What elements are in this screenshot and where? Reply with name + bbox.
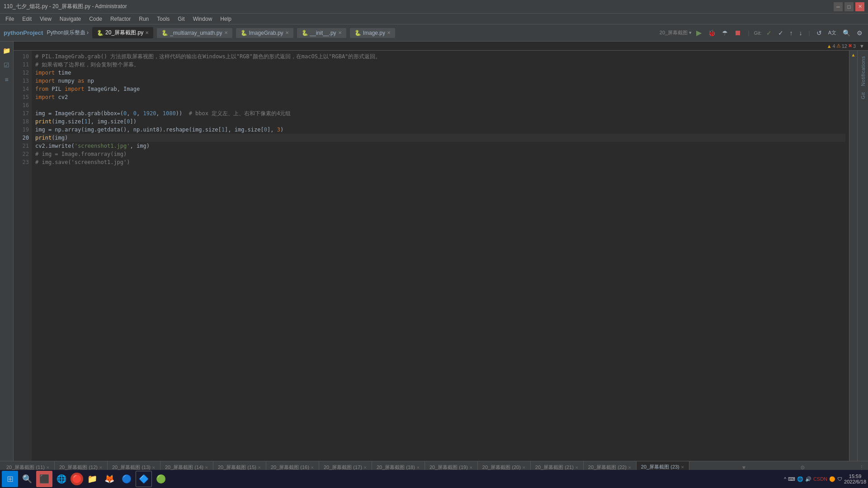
- commit-sidebar-icon[interactable]: ☑: [2, 60, 11, 70]
- taskbar: ⊞ 🔍 ⬛ 🌐 🔴 📁 🦊 🔵 🔷 🟢 ^ ⌨ 🌐 🔊 CSDN 🟠 🛡 15:…: [0, 470, 868, 488]
- tab-22-close[interactable]: ✕: [628, 465, 632, 470]
- warning-count[interactable]: ▲ 4 ⚠ 12 ✖ 3: [827, 43, 856, 49]
- debug-button[interactable]: 🐞: [706, 28, 717, 38]
- line-num: 17: [16, 109, 29, 117]
- tab-close3-icon[interactable]: ✕: [285, 30, 289, 35]
- line-num: 19: [16, 126, 29, 134]
- code-line-15: import cv2: [35, 93, 845, 101]
- tab-11-close[interactable]: ✕: [46, 465, 50, 470]
- menu-git[interactable]: Git: [174, 15, 188, 23]
- tab-close2-icon[interactable]: ✕: [224, 30, 228, 35]
- line-num: 13: [16, 77, 29, 85]
- tab-13-close[interactable]: ✕: [152, 465, 156, 470]
- tab-20-close[interactable]: ✕: [522, 465, 526, 470]
- git-right-label[interactable]: Git: [859, 90, 867, 101]
- run-button[interactable]: ▶: [694, 28, 703, 38]
- tray-network[interactable]: 🌐: [797, 476, 803, 482]
- tab-icon4: 🐍: [302, 30, 308, 36]
- system-tray: ^ ⌨ 🌐 🔊 CSDN 🟠 🛡 15:59 2022/6/18: [784, 474, 866, 484]
- taskbar-folder[interactable]: 📁: [84, 471, 100, 487]
- taskbar-browser2[interactable]: 🌐: [53, 471, 70, 487]
- tab-19-close[interactable]: ✕: [469, 465, 473, 470]
- menu-edit[interactable]: Edit: [19, 15, 35, 23]
- taskbar-camera[interactable]: 🔷: [136, 471, 152, 487]
- warnings-bar: ▲ 4 ⚠ 12 ✖ 3 ▼: [14, 42, 868, 51]
- search-button[interactable]: 🔍: [841, 28, 852, 38]
- tab-18-close[interactable]: ✕: [416, 465, 420, 470]
- start-button[interactable]: ⊞: [2, 471, 18, 487]
- code-line-17: img = ImageGrab.grab(bbox=(0, 0, 1920, 1…: [35, 109, 845, 117]
- code-line-21: cv2.imwrite('screenshot1.jpg', img): [35, 142, 845, 150]
- menu-navigate[interactable]: Navigate: [56, 15, 85, 23]
- tab-12-close[interactable]: ✕: [99, 465, 103, 470]
- tab-14-close[interactable]: ✕: [205, 465, 208, 470]
- structure-sidebar-icon[interactable]: ≡: [3, 74, 10, 85]
- tab-20-screenshot[interactable]: 🐍 20_屏幕截图.py ✕: [92, 27, 153, 38]
- code-content[interactable]: # PIL.ImageGrab.grab() 方法抓取屏幕视图，这样代码的输出在…: [32, 51, 849, 461]
- line-num: 11: [16, 61, 29, 69]
- tray-shield[interactable]: 🛡: [837, 476, 842, 482]
- tab-21-close[interactable]: ✕: [575, 465, 579, 470]
- git-commit-button[interactable]: ✓: [776, 28, 785, 38]
- minimize-button[interactable]: ─: [834, 2, 843, 11]
- menu-view[interactable]: View: [36, 15, 55, 23]
- tab-17-close[interactable]: ✕: [363, 465, 367, 470]
- run-config-label: 20_屏幕截图 ▾: [660, 29, 692, 36]
- menu-window[interactable]: Window: [189, 15, 216, 23]
- menu-run[interactable]: Run: [135, 15, 152, 23]
- maximize-button[interactable]: □: [844, 2, 854, 11]
- menu-file[interactable]: File: [2, 15, 18, 23]
- project-toolbar: pythonProject Python娱乐整蛊 › 🐍 20_屏幕截图.py …: [0, 24, 868, 42]
- tab-close5-icon[interactable]: ✕: [387, 30, 391, 35]
- line-num: 20: [16, 134, 29, 142]
- translate-button[interactable]: A文: [826, 28, 838, 37]
- left-sidebar: 📁 ☑ ≡: [0, 42, 14, 461]
- tab-close-icon[interactable]: ✕: [145, 30, 149, 35]
- tab-close4-icon[interactable]: ✕: [338, 30, 342, 35]
- far-right-sidebar: Notifications Git: [857, 51, 868, 461]
- editor-area: ▲ 4 ⚠ 12 ✖ 3 ▼ 10 11 12 13 14 15 16 17 1…: [14, 42, 868, 461]
- taskbar-search[interactable]: 🔍: [19, 471, 35, 487]
- tray-csdn[interactable]: CSDN: [813, 476, 827, 482]
- menu-help[interactable]: Help: [217, 15, 235, 23]
- tab-multiarray[interactable]: 🐍 _multiarray_umath.py ✕: [157, 28, 232, 38]
- project-name[interactable]: pythonProject: [4, 29, 43, 36]
- tab-15-close[interactable]: ✕: [258, 465, 261, 470]
- error-num: 3: [853, 43, 856, 49]
- taskbar-chrome[interactable]: 🔵: [118, 471, 135, 487]
- git-push-button[interactable]: ↑: [788, 28, 795, 38]
- system-clock[interactable]: 15:59 2022/6/18: [844, 474, 866, 484]
- git-check-button[interactable]: ✓: [764, 28, 774, 38]
- notifications-label[interactable]: Notifications: [859, 54, 867, 88]
- menu-tools[interactable]: Tools: [153, 15, 173, 23]
- coverage-button[interactable]: ☂: [720, 28, 730, 38]
- project-sidebar-icon[interactable]: 📁: [1, 45, 12, 56]
- taskbar-store[interactable]: ⬛: [36, 471, 52, 487]
- revert-button[interactable]: ↺: [815, 28, 824, 38]
- line-num: 21: [16, 142, 29, 150]
- tab-16-close[interactable]: ✕: [311, 465, 314, 470]
- tray-keyboard[interactable]: ⌨: [788, 476, 795, 482]
- close-button[interactable]: ✕: [855, 2, 864, 11]
- line-num: 12: [16, 69, 29, 77]
- tray-chevron[interactable]: ^: [784, 477, 786, 482]
- taskbar-red[interactable]: 🔴: [71, 473, 83, 485]
- taskbar-firefox[interactable]: 🦊: [101, 471, 118, 487]
- tab-icon2: 🐍: [161, 30, 168, 36]
- menu-code[interactable]: Code: [85, 15, 106, 23]
- menu-refactor[interactable]: Refactor: [107, 15, 134, 23]
- tab-23-close[interactable]: ✕: [681, 465, 684, 469]
- tab-init[interactable]: 🐍 __init__.py ✕: [297, 28, 346, 38]
- tab-imagegrab[interactable]: 🐍 ImageGrab.py ✕: [236, 28, 293, 38]
- code-line-12: import time: [35, 69, 845, 77]
- titlebar: 110_七夕_烟花.py - 20_屏幕截图.py - Administrato…: [0, 0, 868, 14]
- stop-button[interactable]: ⏹: [732, 28, 743, 38]
- settings-button[interactable]: ⚙: [855, 28, 864, 38]
- tab-image[interactable]: 🐍 Image.py ✕: [350, 28, 395, 38]
- taskbar-green[interactable]: 🟢: [153, 471, 169, 487]
- collapse-icon[interactable]: ▼: [859, 43, 864, 49]
- line-numbers: 10 11 12 13 14 15 16 17 18 19 20 21 22 2…: [14, 51, 32, 461]
- error-icon: ✖: [848, 43, 852, 49]
- git-pull-button[interactable]: ↓: [797, 28, 804, 38]
- tray-volume[interactable]: 🔊: [805, 476, 811, 482]
